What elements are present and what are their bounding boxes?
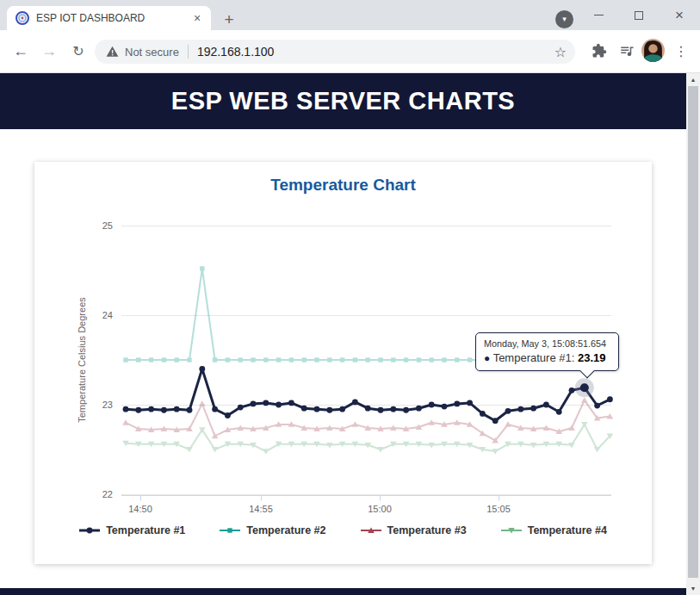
- url-text[interactable]: 192.168.1.100: [197, 45, 275, 59]
- legend-marker-circle-icon: [79, 524, 100, 536]
- legend-item-temperature-1[interactable]: Temperature #1: [79, 524, 185, 536]
- tab-close-icon[interactable]: ×: [189, 10, 205, 26]
- legend-item-temperature-3[interactable]: Temperature #3: [361, 524, 467, 536]
- profile-avatar[interactable]: [641, 39, 665, 62]
- legend-marker-triangle-icon: [361, 524, 381, 536]
- web-page: ESP WEB SERVER CHARTS Temperature Chart …: [0, 73, 686, 595]
- svg-text:22: 22: [102, 489, 113, 499]
- site-favicon-icon: [15, 11, 29, 25]
- page-title: ESP WEB SERVER CHARTS: [171, 87, 515, 115]
- svg-text:23: 23: [102, 400, 113, 410]
- address-bar[interactable]: Not secure 192.168.1.100 ☆: [95, 40, 575, 64]
- browser-window: ESP IOT DASHBOARD × + ▾ × ← → ↻: [0, 0, 700, 595]
- window-maximize-button[interactable]: [623, 0, 655, 30]
- svg-text:15:05: 15:05: [486, 504, 511, 514]
- vertical-scrollbar[interactable]: ▲ ▼: [686, 73, 700, 595]
- legend-item-temperature-2[interactable]: Temperature #2: [220, 524, 325, 536]
- tooltip-series-line: ● Temperature #1: 23.19: [484, 351, 610, 364]
- tooltip-series-bullet: ●: [484, 352, 490, 364]
- tooltip-value: 23.19: [578, 351, 606, 364]
- chart-legend: Temperature #1 Temperature #2 Temperatur…: [34, 524, 652, 536]
- security-label: Not secure: [125, 46, 179, 59]
- extensions-puzzle-icon[interactable]: [587, 39, 611, 63]
- svg-text:15:00: 15:00: [368, 504, 392, 514]
- svg-text:25: 25: [102, 220, 113, 231]
- bookmark-star-icon[interactable]: ☆: [550, 41, 571, 62]
- scroll-up-arrow-icon[interactable]: ▲: [686, 73, 700, 86]
- reload-button[interactable]: ↻: [66, 39, 90, 63]
- browser-tab[interactable]: ESP IOT DASHBOARD ×: [7, 6, 211, 30]
- not-secure-warning-icon[interactable]: [106, 46, 119, 58]
- window-minimize-button[interactable]: [582, 0, 615, 30]
- chevron-down-icon: ▾: [562, 15, 567, 23]
- svg-text:Temperature Celsius Degrees: Temperature Celsius Degrees: [77, 297, 87, 423]
- tooltip-date: Monday, May 3, 15:08:51.654: [484, 338, 610, 349]
- media-playlist-icon[interactable]: [615, 39, 639, 63]
- new-tab-button[interactable]: +: [218, 9, 240, 30]
- legend-marker-triangle-down-icon: [501, 524, 522, 536]
- chart-card: Temperature Chart 2524232214:5014:5515:0…: [34, 162, 652, 564]
- back-button[interactable]: ←: [9, 39, 33, 63]
- page-header-banner: ESP WEB SERVER CHARTS: [0, 73, 686, 129]
- minimize-icon: [594, 15, 604, 15]
- chart-tooltip: Monday, May 3, 15:08:51.654 ● Temperatur…: [475, 332, 619, 371]
- browser-menu-button[interactable]: ⋮: [671, 39, 691, 63]
- tooltip-series-label: Temperature #1:: [493, 351, 575, 364]
- browser-toolbar: ← → ↻ Not secure 192.168.1.100 ☆: [0, 30, 700, 73]
- scroll-down-arrow-icon[interactable]: ▼: [686, 582, 700, 595]
- svg-text:14:50: 14:50: [128, 504, 152, 514]
- browser-titlebar: ESP IOT DASHBOARD × + ▾ ×: [0, 0, 700, 30]
- tab-title: ESP IOT DASHBOARD: [36, 12, 189, 24]
- page-bottom-strip: [0, 588, 686, 595]
- forward-button[interactable]: →: [37, 39, 61, 63]
- window-close-button[interactable]: ×: [663, 0, 696, 30]
- omnibox-divider: [188, 45, 189, 59]
- legend-item-temperature-4[interactable]: Temperature #4: [501, 524, 607, 536]
- svg-text:14:55: 14:55: [249, 504, 273, 514]
- scrollbar-thumb[interactable]: [688, 86, 698, 578]
- maximize-icon: [635, 11, 643, 20]
- media-controls-button[interactable]: ▾: [555, 10, 573, 28]
- svg-text:24: 24: [102, 310, 113, 320]
- legend-marker-square-icon: [220, 524, 240, 536]
